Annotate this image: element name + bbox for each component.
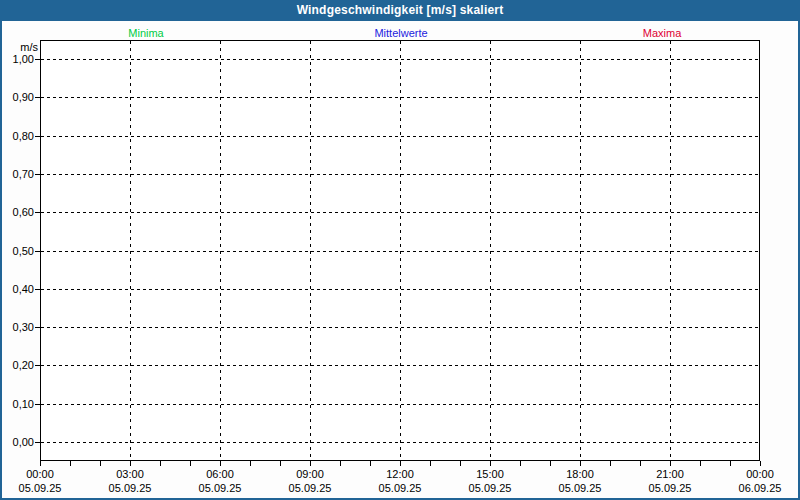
x-tick-label: 00:0005.09.25 [19, 467, 62, 495]
y-tick-label: 0,10 [0, 398, 34, 411]
y-tick-label: 0,90 [0, 91, 34, 104]
chart-title: Windgeschwindigkeit [m/s] skaliert [297, 3, 504, 17]
title-bar: Windgeschwindigkeit [m/s] skaliert [0, 0, 800, 21]
y-tick-label: 0,40 [0, 283, 34, 296]
plot-area [0, 0, 800, 500]
x-tick-time: 21:00 [649, 467, 692, 481]
y-tick-label: 0,60 [0, 206, 34, 219]
y-tick-label: 1,00 [0, 53, 34, 66]
x-tick-label: 18:0005.09.25 [559, 467, 602, 495]
x-tick-date: 05.09.25 [289, 481, 332, 495]
x-tick-time: 03:00 [109, 467, 152, 481]
x-tick-date: 05.09.25 [199, 481, 242, 495]
x-tick-time: 06:00 [199, 467, 242, 481]
chart-window: Windgeschwindigkeit [m/s] skaliert Minim… [0, 0, 800, 500]
y-tick-label: 0,00 [0, 436, 34, 449]
y-tick-label: 0,50 [0, 245, 34, 258]
x-tick-time: 00:00 [739, 467, 782, 481]
x-tick-label: 03:0005.09.25 [109, 467, 152, 495]
plot-border [41, 41, 760, 461]
x-tick-label: 06:0005.09.25 [199, 467, 242, 495]
x-tick-date: 05.09.25 [379, 481, 422, 495]
y-tick-label: 0,80 [0, 130, 34, 143]
x-tick-label: 15:0005.09.25 [469, 467, 512, 495]
x-tick-date: 05.09.25 [559, 481, 602, 495]
x-tick-time: 00:00 [19, 467, 62, 481]
x-tick-label: 21:0005.09.25 [649, 467, 692, 495]
x-tick-time: 12:00 [379, 467, 422, 481]
x-tick-time: 09:00 [289, 467, 332, 481]
y-tick-label: 0,30 [0, 321, 34, 334]
x-tick-time: 18:00 [559, 467, 602, 481]
x-tick-date: 05.09.25 [469, 481, 512, 495]
x-tick-label: 09:0005.09.25 [289, 467, 332, 495]
x-tick-time: 15:00 [469, 467, 512, 481]
x-tick-date: 05.09.25 [19, 481, 62, 495]
x-tick-label: 00:0006.09.25 [739, 467, 782, 495]
x-tick-date: 06.09.25 [739, 481, 782, 495]
y-tick-label: 0,70 [0, 168, 34, 181]
y-tick-label: 0,20 [0, 359, 34, 372]
x-tick-label: 12:0005.09.25 [379, 467, 422, 495]
x-tick-date: 05.09.25 [649, 481, 692, 495]
x-tick-date: 05.09.25 [109, 481, 152, 495]
